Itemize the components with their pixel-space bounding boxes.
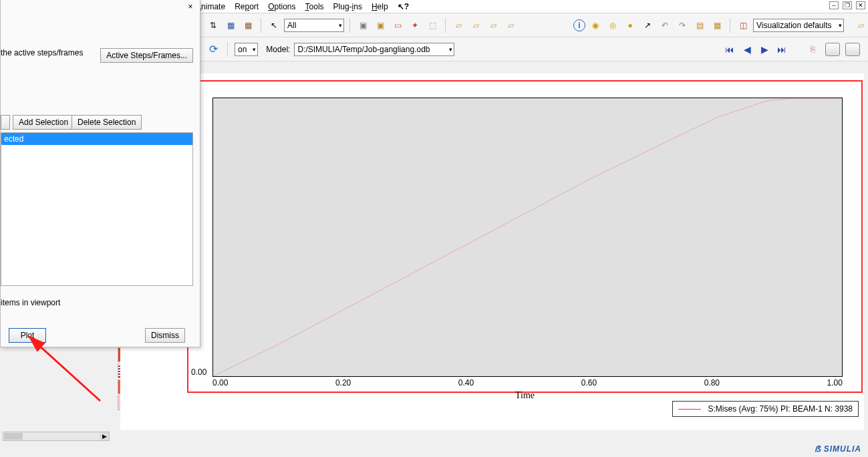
xy-data-dialog: × the active steps/frames Active Steps/F… [0, 0, 200, 347]
legend-text: S:Mises (Avg: 75%) PI: BEAM-1 N: 3938 [708, 404, 853, 414]
circ3-icon[interactable]: ● [623, 18, 637, 33]
menu-whatsthis[interactable]: ↖? [398, 2, 409, 11]
chart-annotation-box: 0.00 0.00 0.20 0.40 0.60 0.80 1.00 Time [187, 80, 863, 393]
info-icon[interactable]: i [573, 19, 585, 31]
selection-listbox[interactable]: ected [1, 132, 193, 286]
circ1-icon[interactable]: ◉ [588, 18, 603, 33]
first-frame-button[interactable]: ⏮ [724, 44, 736, 55]
layers-icon[interactable]: ▦ [710, 18, 724, 33]
wire3-icon[interactable]: ▱ [486, 18, 500, 33]
model-path-combo[interactable]: D:/SIMULIA/Temp/Job-gangliang.odb [294, 43, 454, 56]
circ2-icon[interactable]: ◎ [605, 18, 620, 33]
viewport-items-label: items in viewport [1, 298, 60, 307]
rect-icon[interactable]: ▭ [390, 18, 405, 33]
close-button[interactable]: ✕ [856, 1, 865, 9]
link-views-icon[interactable]: ⎘ [805, 42, 820, 57]
camera1-button[interactable] [825, 43, 840, 56]
add-selection-button[interactable]: Add Selection [13, 115, 74, 130]
model-path-text: D:/SIMULIA/Temp/Job-gangliang.odb [297, 45, 430, 54]
module-label: on [238, 45, 247, 54]
node-icon[interactable]: ✦ [408, 18, 422, 33]
x-tick: 0.60 [581, 378, 597, 388]
simulia-branding: ẞSIMULIA [815, 442, 861, 454]
n-button[interactable] [1, 115, 10, 130]
list-item[interactable]: ected [1, 133, 192, 145]
delete-selection-button[interactable]: Delete Selection [71, 115, 142, 130]
window-controls: – ❐ ✕ [829, 1, 865, 9]
tree-scrollbar[interactable]: ▶ [3, 432, 110, 441]
prev-frame-button[interactable]: ◀ [741, 44, 753, 55]
y-tick-0: 0.00 [191, 367, 206, 377]
plot-line [213, 98, 842, 376]
x-ticks: 0.00 0.20 0.40 0.60 0.80 1.00 [212, 378, 843, 388]
model-label: Model: [266, 45, 290, 54]
camera2-button[interactable] [845, 43, 860, 56]
wire2-icon[interactable]: ▱ [468, 18, 483, 33]
playback-controls: ⏮ ◀ ▶ ⏭ ⎘ [724, 42, 860, 57]
x-tick: 0.40 [458, 378, 474, 388]
refresh-icon[interactable]: ⟳ [206, 42, 221, 57]
active-steps-button[interactable]: Active Steps/Frames... [100, 48, 193, 63]
menu-tools[interactable]: Tools [305, 2, 324, 11]
menu-options[interactable]: Options [268, 2, 295, 11]
query-combo[interactable]: All [284, 19, 344, 32]
minimize-button[interactable]: – [829, 1, 839, 9]
x-tick: 0.20 [335, 378, 351, 388]
visualization-defaults-combo[interactable]: Visualization defaults [753, 19, 844, 32]
last-frame-button[interactable]: ⏭ [776, 44, 788, 55]
wire4-icon[interactable]: ▱ [503, 18, 518, 33]
maximize-button[interactable]: ❐ [843, 1, 852, 9]
select-box-icon[interactable]: ▣ [355, 18, 370, 33]
module-combo[interactable]: on [235, 43, 258, 56]
plot-button[interactable]: Plot [9, 328, 46, 343]
colors-icon[interactable]: ◫ [736, 18, 750, 33]
menu-plugins[interactable]: Plug-ins [333, 2, 362, 11]
undo-icon[interactable]: ↶ [658, 18, 672, 33]
dismiss-button[interactable]: Dismiss [145, 328, 185, 343]
grid1-icon[interactable]: ▦ [223, 18, 238, 33]
redo-icon[interactable]: ↷ [675, 18, 690, 33]
menu-report[interactable]: Report [235, 2, 259, 11]
x-tick: 0.80 [704, 378, 720, 388]
chart-legend: S:Mises (Avg: 75%) PI: BEAM-1 N: 3938 [672, 401, 859, 417]
stack-icon[interactable]: ▤ [692, 18, 707, 33]
plot-area [212, 98, 843, 377]
select-boxes-icon[interactable]: ▣ [373, 18, 388, 33]
x-tick: 1.00 [827, 378, 843, 388]
pick-icon[interactable]: ↗ [640, 18, 655, 33]
next-frame-button[interactable]: ▶ [758, 44, 770, 55]
legend-line-swatch [678, 409, 701, 410]
sort-icon[interactable]: ⇅ [206, 18, 221, 33]
cube1-icon[interactable]: ⬚ [425, 18, 440, 33]
pointer-icon[interactable]: ↖ [267, 18, 281, 33]
x-tick: 0.00 [212, 378, 228, 388]
x-axis-title: Time [188, 390, 861, 401]
vis-def-label: Visualization defaults [756, 21, 832, 30]
menu-help[interactable]: Help [372, 2, 388, 11]
query-combo-label: All [287, 21, 296, 30]
dialog-close-icon[interactable]: × [184, 1, 197, 13]
grid2-icon[interactable]: ▦ [241, 18, 255, 33]
wire1-icon[interactable]: ▱ [451, 18, 466, 33]
box-small-icon[interactable]: ▱ [853, 18, 868, 33]
